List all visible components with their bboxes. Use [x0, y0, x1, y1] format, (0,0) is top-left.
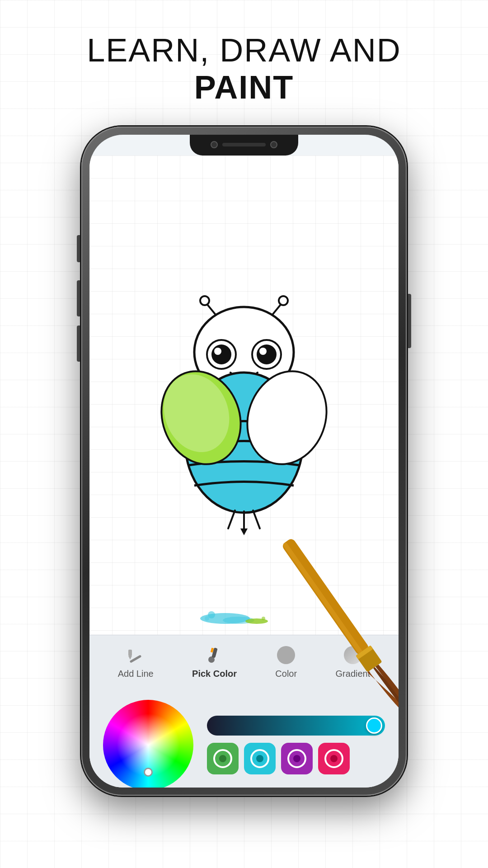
palette-icon-4[interactable] — [318, 743, 350, 774]
svg-point-6 — [211, 344, 231, 364]
header: LEARN, DRAW AND PAINT — [0, 32, 488, 106]
svg-marker-27 — [128, 656, 132, 660]
add-line-icon — [126, 645, 145, 665]
header-line2: PAINT — [0, 69, 488, 106]
side-button-volume-up — [77, 280, 81, 316]
palette-icon-1[interactable] — [207, 743, 239, 774]
side-button-mute — [77, 235, 81, 262]
svg-point-29 — [208, 656, 215, 663]
svg-line-16 — [253, 510, 260, 528]
svg-point-7 — [214, 348, 221, 355]
phone-screen: Add Line Pick Color — [89, 135, 399, 788]
toolbar-pick-color[interactable]: Pick Color — [192, 645, 237, 679]
svg-point-3 — [279, 296, 288, 305]
add-line-label: Add Line — [118, 669, 154, 679]
side-button-power — [407, 294, 411, 348]
notch — [190, 135, 298, 156]
color-panel-top — [103, 700, 385, 788]
svg-point-9 — [257, 344, 277, 364]
svg-point-24 — [262, 617, 265, 620]
notch-camera-left — [211, 141, 218, 148]
side-button-volume-down — [77, 326, 81, 362]
color-icon — [276, 645, 296, 665]
toolbar-color[interactable]: Color — [275, 645, 297, 679]
pick-color-label: Pick Color — [192, 669, 237, 679]
palette-icons-row — [207, 743, 385, 774]
phone-mockup: Add Line Pick Color — [81, 127, 407, 796]
palette-icon-3[interactable] — [281, 743, 313, 774]
svg-marker-18 — [240, 528, 248, 535]
svg-point-22 — [205, 616, 209, 621]
color-wheel[interactable] — [103, 700, 193, 788]
palette-icon-2[interactable] — [244, 743, 276, 774]
bee-svg — [131, 284, 357, 547]
color-wheel-dot[interactable] — [144, 768, 153, 777]
phone-frame: Add Line Pick Color — [81, 127, 407, 796]
svg-point-2 — [200, 296, 209, 305]
svg-point-21 — [208, 611, 215, 618]
color-panel-controls — [207, 716, 385, 774]
pick-color-icon — [205, 645, 225, 665]
notch-speaker — [222, 143, 266, 146]
svg-line-15 — [228, 510, 235, 528]
color-label: Color — [275, 669, 297, 679]
toolbar-add-line[interactable]: Add Line — [118, 645, 154, 679]
header-line1: LEARN, DRAW AND — [0, 32, 488, 69]
svg-rect-26 — [128, 650, 132, 656]
paint-splash — [198, 601, 270, 626]
svg-point-10 — [259, 348, 267, 355]
notch-camera-right — [270, 141, 277, 148]
